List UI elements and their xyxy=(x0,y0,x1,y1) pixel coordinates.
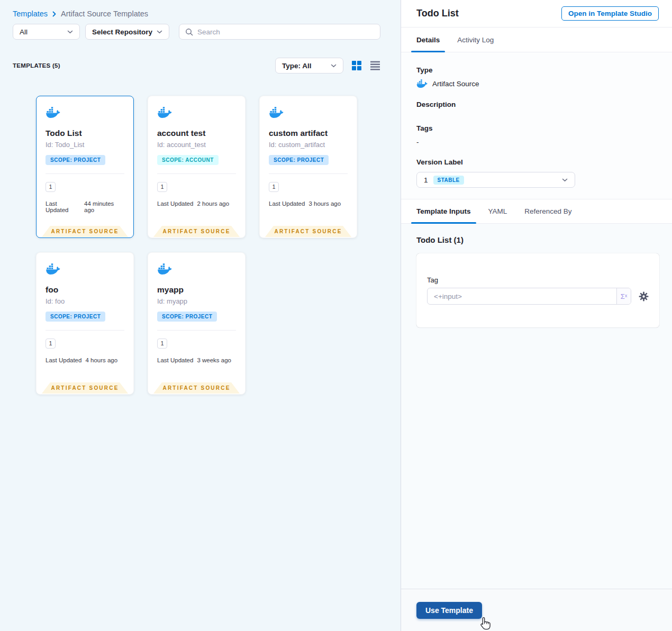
last-updated-label: Last Updated xyxy=(269,200,305,207)
repository-filter-dropdown[interactable]: Select Repository xyxy=(85,24,169,40)
version-count-badge: 1 xyxy=(46,339,56,349)
template-card[interactable]: foo Id: foo SCOPE: PROJECT 1 Last Update… xyxy=(36,252,134,395)
template-card-title: custom artifact xyxy=(269,129,348,138)
templates-list-header: TEMPLATES (5) Type: All xyxy=(13,58,380,74)
search-icon xyxy=(185,28,193,36)
scope-filter-value: All xyxy=(20,28,28,36)
template-card-id: Id: Todo_List xyxy=(46,141,124,149)
version-count-badge: 1 xyxy=(157,182,167,192)
panel-title: Todo List xyxy=(416,8,459,19)
card-divider xyxy=(46,173,124,174)
docker-icon xyxy=(157,111,172,120)
list-view-button[interactable] xyxy=(370,61,380,70)
last-updated-value: 3 hours ago xyxy=(308,200,341,207)
filters-row: All Select Repository xyxy=(13,24,380,40)
card-divider xyxy=(157,330,236,331)
template-card[interactable]: myapp Id: myapp SCOPE: PROJECT 1 Last Up… xyxy=(148,252,246,395)
docker-icon xyxy=(157,268,172,277)
app-root: Templates Artifact Source Templates All … xyxy=(0,0,672,631)
template-card[interactable]: Todo List Id: Todo_List SCOPE: PROJECT 1… xyxy=(36,96,134,238)
artifact-source-ribbon: ARTIFACT SOURCE xyxy=(42,382,128,394)
grid-view-button[interactable] xyxy=(351,60,362,71)
last-updated-value: 3 weeks ago xyxy=(197,357,231,363)
inputs-tab-bar: Template Inputs YAML Referenced By xyxy=(401,199,672,224)
scope-badge: SCOPE: PROJECT xyxy=(46,312,105,322)
template-inputs-card: Tag Σˣ xyxy=(416,253,659,327)
tags-value: - xyxy=(416,138,657,146)
card-divider xyxy=(269,173,348,174)
use-template-button[interactable]: Use Template xyxy=(416,602,482,619)
artifact-source-ribbon: ARTIFACT SOURCE xyxy=(265,226,351,237)
docker-icon xyxy=(46,268,60,277)
details-tab-bar: Details Activity Log xyxy=(401,28,672,52)
template-card-id: Id: account_test xyxy=(157,141,236,149)
last-updated-label: Last Updated xyxy=(157,357,193,363)
breadcrumb-templates-link[interactable]: Templates xyxy=(13,10,48,18)
chevron-down-icon xyxy=(562,178,568,182)
last-updated-label: Last Updated xyxy=(46,200,80,213)
last-updated-label: Last Updated xyxy=(157,200,193,207)
tags-label: Tags xyxy=(416,124,657,132)
card-divider xyxy=(157,173,236,174)
scope-badge: SCOPE: PROJECT xyxy=(269,155,329,165)
grid-view-icon xyxy=(351,60,362,71)
last-updated-value: 44 minutes ago xyxy=(84,200,124,213)
artifact-source-ribbon: ARTIFACT SOURCE xyxy=(153,382,240,394)
docker-icon xyxy=(269,111,284,120)
tab-template-inputs[interactable]: Template Inputs xyxy=(416,199,471,223)
type-label: Type xyxy=(416,66,657,74)
templates-list-panel: Templates Artifact Source Templates All … xyxy=(0,0,401,631)
scope-badge: SCOPE: PROJECT xyxy=(157,312,217,322)
list-view-icon xyxy=(370,61,380,70)
tab-activity-log[interactable]: Activity Log xyxy=(457,28,494,52)
inputs-title: Todo List (1) xyxy=(416,235,659,244)
last-updated: Last Updated 44 minutes ago xyxy=(46,200,124,213)
template-card-title: Todo List xyxy=(46,129,124,138)
last-updated-value: 4 hours ago xyxy=(85,357,117,363)
version-count-badge: 1 xyxy=(269,182,279,192)
search-box[interactable] xyxy=(179,24,380,40)
docker-icon xyxy=(416,79,428,88)
tag-label: Tag xyxy=(427,276,649,284)
type-filter-dropdown[interactable]: Type: All xyxy=(275,58,343,74)
template-card-id: Id: custom_artifact xyxy=(269,141,348,149)
description-label: Description xyxy=(416,100,657,108)
templates-count: TEMPLATES (5) xyxy=(13,62,60,69)
tab-yaml[interactable]: YAML xyxy=(488,199,507,223)
last-updated: Last Updated 2 hours ago xyxy=(157,200,236,207)
breadcrumb-chevron-right-icon xyxy=(52,11,56,17)
tag-input[interactable] xyxy=(428,288,616,304)
repository-filter-value: Select Repository xyxy=(92,28,152,36)
scope-badge: SCOPE: ACCOUNT xyxy=(157,155,219,165)
open-in-template-studio-button[interactable]: Open in Template Studio xyxy=(561,6,659,21)
expression-toggle-button[interactable]: Σˣ xyxy=(616,288,631,304)
stable-badge: STABLE xyxy=(433,176,464,185)
actions-bar: Use Template xyxy=(401,589,672,631)
last-updated-label: Last Updated xyxy=(46,357,81,363)
card-divider xyxy=(46,330,124,331)
chevron-down-icon xyxy=(157,30,162,34)
details-body: Type Artifact Source Description Tags - … xyxy=(401,52,672,199)
breadcrumb: Templates Artifact Source Templates xyxy=(13,10,380,18)
details-header: Todo List Open in Template Studio xyxy=(401,0,672,28)
chevron-down-icon xyxy=(67,30,73,34)
template-card-title: foo xyxy=(46,285,124,295)
scope-filter-dropdown[interactable]: All xyxy=(13,24,80,40)
tab-details[interactable]: Details xyxy=(416,28,440,52)
template-card-id: Id: myapp xyxy=(157,297,236,305)
template-card[interactable]: custom artifact Id: custom_artifact SCOP… xyxy=(259,96,357,238)
type-filter-value: Type: All xyxy=(282,62,312,70)
version-count-badge: 1 xyxy=(157,339,167,349)
tab-referenced-by[interactable]: Referenced By xyxy=(524,199,571,223)
settings-gear-icon[interactable] xyxy=(639,291,649,301)
docker-icon xyxy=(46,111,60,120)
search-input[interactable] xyxy=(197,28,374,36)
template-card[interactable]: account test Id: account_test SCOPE: ACC… xyxy=(148,96,246,238)
chevron-down-icon xyxy=(331,64,337,68)
version-label: Version Label xyxy=(416,158,657,166)
last-updated: Last Updated 3 weeks ago xyxy=(157,357,236,363)
template-details-panel: Todo List Open in Template Studio Detail… xyxy=(401,0,672,631)
template-card-title: account test xyxy=(157,129,236,138)
last-updated: Last Updated 3 hours ago xyxy=(269,200,348,207)
version-dropdown[interactable]: 1 STABLE xyxy=(416,172,575,188)
